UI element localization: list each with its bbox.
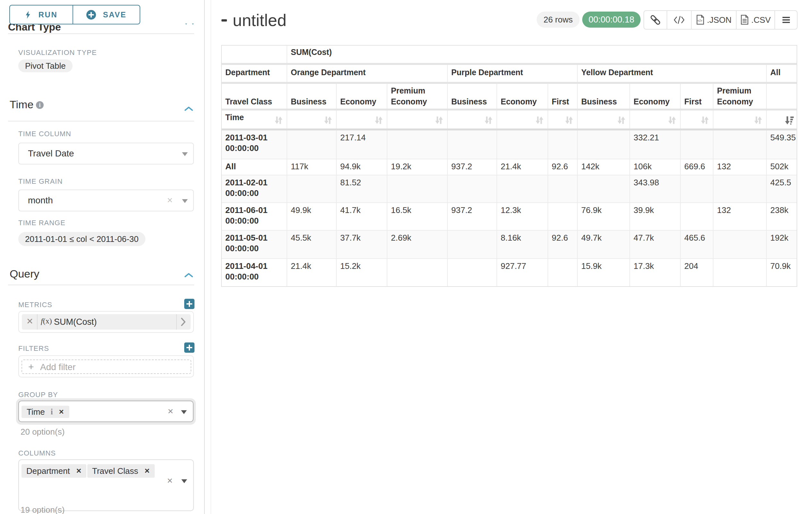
svg-text:</>: </> [697,19,702,23]
